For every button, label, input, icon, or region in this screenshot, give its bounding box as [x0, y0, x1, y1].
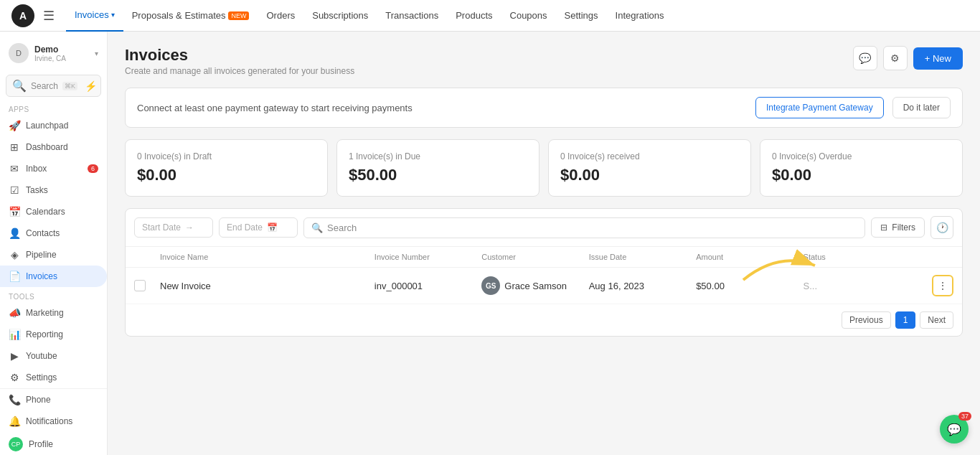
nav-item-transactions[interactable]: Transactions — [377, 0, 447, 32]
end-date-input[interactable]: End Date 📅 — [219, 217, 298, 238]
stat-value-overdue: $0.00 — [772, 166, 951, 184]
sidebar-search[interactable]: 🔍 Search ⌘K ⚡ — [6, 75, 101, 97]
invoices-icon: 📄 — [9, 271, 20, 282]
nav-item-orders[interactable]: Orders — [258, 0, 303, 32]
arrow-right-icon: → — [185, 222, 194, 233]
new-invoice-button[interactable]: + New — [913, 47, 963, 70]
avatar: D — [9, 43, 29, 63]
table-header: Invoice Name Invoice Number Customer Iss… — [126, 247, 962, 268]
customer-cell: GS Grace Samson — [481, 276, 588, 295]
clock-icon: 🕐 — [936, 222, 948, 233]
next-page-button[interactable]: Next — [920, 311, 953, 329]
sidebar-user[interactable]: D Demo Irvine, CA ▾ — [0, 37, 107, 69]
sidebar-item-reporting[interactable]: 📊 Reporting — [0, 324, 107, 345]
profile-icon: CP — [9, 437, 23, 451]
page-subtitle: Create and manage all invoices generated… — [125, 66, 354, 76]
stat-label-received: 0 Invoice(s) received — [560, 151, 739, 161]
contacts-icon: 👤 — [9, 228, 20, 239]
stat-label-due: 1 Invoice(s) in Due — [349, 151, 527, 161]
phone-icon: 📞 — [9, 394, 20, 405]
integrate-payment-gateway-button[interactable]: Integrate Payment Gateway — [755, 97, 884, 118]
sidebar-item-launchpad[interactable]: 🚀 Launchpad — [0, 115, 107, 136]
status-cell: S... — [804, 281, 910, 291]
sidebar-item-profile[interactable]: CP Profile — [0, 432, 107, 455]
stat-card-due: 1 Invoice(s) in Due $50.00 — [336, 139, 540, 197]
apps-section-label: Apps — [0, 100, 107, 115]
reporting-icon: 📊 — [9, 329, 20, 340]
app-logo[interactable]: A — [11, 4, 34, 27]
search-icon: 🔍 — [12, 79, 27, 93]
nav-item-products[interactable]: Products — [447, 0, 501, 32]
table-pagination: Previous 1 Next — [126, 304, 962, 336]
sidebar-item-dashboard[interactable]: ⊞ Dashboard — [0, 136, 107, 158]
user-location: Irvine, CA — [34, 55, 89, 62]
table-toolbar: Start Date → End Date 📅 🔍 Search ⊟ Filte… — [126, 209, 962, 247]
customer-avatar: GS — [481, 276, 500, 295]
col-invoice-number: Invoice Number — [374, 253, 481, 261]
stat-label-overdue: 0 Invoice(s) Overdue — [772, 151, 951, 161]
chat-widget-icon: 💬 — [947, 423, 961, 436]
chevron-down-icon: ▾ — [111, 11, 115, 19]
stats-row: 0 Invoice(s) in Draft $0.00 1 Invoice(s)… — [125, 139, 963, 197]
nav-item-subscriptions[interactable]: Subscriptions — [303, 0, 377, 32]
filters-button[interactable]: ⊟ Filters — [871, 217, 925, 238]
sidebar-item-phone[interactable]: 📞 Phone — [0, 389, 107, 411]
table-search-input[interactable]: 🔍 Search — [303, 217, 865, 238]
marketing-icon: 📣 — [9, 307, 20, 319]
page-settings-button[interactable]: ⚙ — [883, 46, 908, 70]
user-name: Demo — [34, 44, 89, 55]
nav-items: Invoices ▾ Proposals & Estimates NEW Ord… — [66, 0, 969, 32]
nav-item-invoices[interactable]: Invoices ▾ — [66, 0, 123, 32]
hamburger-icon[interactable]: ☰ — [43, 8, 55, 24]
sidebar-item-marketing[interactable]: 📣 Marketing — [0, 302, 107, 324]
stat-card-draft: 0 Invoice(s) in Draft $0.00 — [125, 139, 328, 197]
chat-button[interactable]: 💬 — [853, 46, 877, 70]
stat-value-due: $50.00 — [349, 166, 527, 184]
sidebar-item-notifications[interactable]: 🔔 Notifications — [0, 411, 107, 432]
sidebar-item-inbox[interactable]: ✉ Inbox 6 — [0, 158, 107, 179]
top-navigation: A ☰ Invoices ▾ Proposals & Estimates NEW… — [0, 0, 980, 32]
pipeline-icon: ◈ — [9, 249, 20, 261]
sidebar-item-settings[interactable]: ⚙ Settings — [0, 367, 107, 388]
settings-icon: ⚙ — [9, 372, 20, 383]
search-icon: 🔍 — [311, 222, 323, 233]
chevron-down-icon: ▾ — [95, 50, 98, 57]
launchpad-icon: 🚀 — [9, 120, 20, 131]
payment-gateway-banner: Connect at least one payment gateway to … — [125, 88, 963, 128]
start-date-input[interactable]: Start Date → — [134, 217, 213, 238]
nav-item-coupons[interactable]: Coupons — [501, 0, 556, 32]
row-checkbox[interactable] — [134, 280, 146, 291]
sidebar-item-contacts[interactable]: 👤 Contacts — [0, 222, 107, 244]
sidebar-item-tasks[interactable]: ☑ Tasks — [0, 179, 107, 201]
page-number-button[interactable]: 1 — [895, 311, 916, 329]
nav-item-integrations[interactable]: Integrations — [607, 0, 673, 32]
row-actions-button[interactable]: ⋮ — [932, 275, 953, 296]
sidebar-item-invoices[interactable]: 📄 Invoices — [0, 266, 107, 287]
previous-page-button[interactable]: Previous — [842, 311, 891, 329]
flash-icon: ⚡ — [85, 80, 97, 92]
main-content: Invoices Create and manage all invoices … — [108, 32, 980, 455]
history-button[interactable]: 🕐 — [930, 216, 953, 239]
youtube-icon: ▶ — [9, 350, 20, 362]
invoices-table: Start Date → End Date 📅 🔍 Search ⊟ Filte… — [125, 208, 963, 337]
invoice-number-cell: inv_000001 — [374, 281, 481, 291]
sidebar-item-calendars[interactable]: 📅 Calendars — [0, 201, 107, 222]
calendar-icon: 📅 — [267, 222, 278, 233]
stat-card-overdue: 0 Invoice(s) Overdue $0.00 — [760, 139, 963, 197]
sidebar-item-youtube[interactable]: ▶ Youtube — [0, 345, 107, 367]
chat-widget[interactable]: 💬 37 — [940, 415, 969, 444]
invoice-name-cell[interactable]: New Invoice — [160, 281, 374, 291]
col-amount: Amount — [696, 253, 803, 261]
dashboard-icon: ⊞ — [9, 141, 20, 153]
sidebar-item-pipeline[interactable]: ◈ Pipeline — [0, 244, 107, 266]
stat-card-received: 0 Invoice(s) received $0.00 — [548, 139, 751, 197]
sidebar: D Demo Irvine, CA ▾ 🔍 Search ⌘K ⚡ Apps 🚀… — [0, 32, 108, 455]
inbox-icon: ✉ — [9, 163, 20, 174]
nav-item-settings[interactable]: Settings — [556, 0, 607, 32]
notifications-icon: 🔔 — [9, 416, 20, 427]
col-issue-date: Issue Date — [589, 253, 696, 261]
issue-date-cell: Aug 16, 2023 — [589, 281, 696, 291]
nav-item-proposals[interactable]: Proposals & Estimates NEW — [123, 0, 258, 32]
chat-widget-badge: 37 — [958, 412, 971, 421]
do-it-later-button[interactable]: Do it later — [892, 97, 951, 118]
